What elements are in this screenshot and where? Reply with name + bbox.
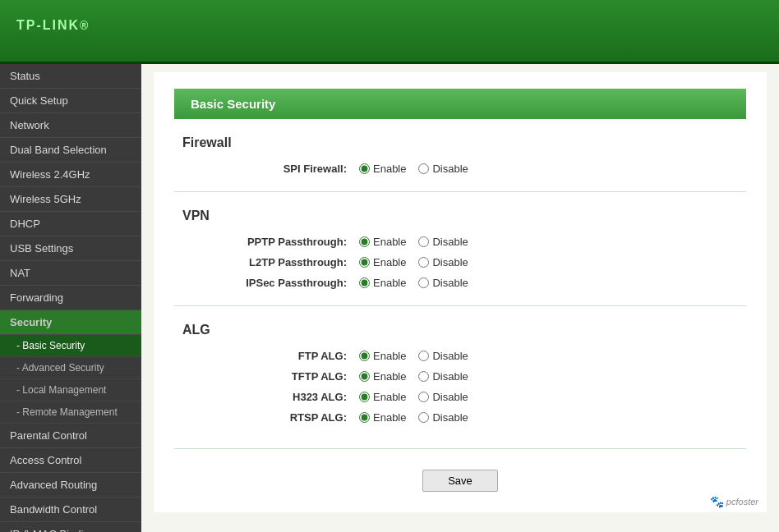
l2tp-disable[interactable]: Disable [418,256,468,268]
h323-alg-options: Enable Disable [359,391,468,403]
content-wrapper: Basic Security Firewall SPI Firewall: En… [154,72,767,512]
alg-title: ALG [174,323,746,337]
sidebar-item-nat[interactable]: NAT [0,261,141,286]
l2tp-row: L2TP Passthrough: Enable Disable [174,256,746,268]
pptp-disable[interactable]: Disable [418,236,468,248]
sidebar-item-wireless-24[interactable]: Wireless 2.4GHz [0,163,141,187]
sidebar-item-advanced-security[interactable]: - Advanced Security [0,357,141,379]
spi-firewall-enable[interactable]: Enable [359,163,406,175]
ftp-alg-enable[interactable]: Enable [359,350,406,362]
ftp-alg-disable[interactable]: Disable [418,350,468,362]
page-title: Basic Security [174,89,746,119]
sidebar-item-forwarding[interactable]: Forwarding [0,286,141,310]
sidebar-item-remote-management[interactable]: - Remote Management [0,401,141,424]
ipsec-label: IPSec Passthrough: [182,277,347,289]
spi-firewall-label: SPI Firewall: [182,163,347,175]
sidebar: StatusQuick SetupNetworkDual Band Select… [0,64,141,532]
tftp-alg-disable[interactable]: Disable [418,370,468,383]
vpn-section: VPN PPTP Passthrough: Enable Disable L2T… [174,200,746,306]
logo-text: TP-LINK [16,18,80,32]
pptp-label: PPTP Passthrough: [182,236,347,248]
sidebar-item-status[interactable]: Status [0,64,141,89]
h323-alg-disable[interactable]: Disable [418,391,468,403]
watermark-icon: 🐾 [710,495,724,508]
main-layout: StatusQuick SetupNetworkDual Band Select… [0,64,779,532]
sidebar-item-wireless-5[interactable]: Wireless 5GHz [0,187,141,212]
sidebar-item-quick-setup[interactable]: Quick Setup [0,89,141,113]
spi-firewall-options: Enable Disable [359,163,468,175]
sidebar-item-advanced-routing[interactable]: Advanced Routing [0,473,141,498]
rtsp-alg-disable[interactable]: Disable [418,411,468,424]
logo: TP-LINK® [16,16,90,46]
sidebar-item-network[interactable]: Network [0,113,141,138]
firewall-section: Firewall SPI Firewall: Enable Disable [174,127,746,192]
save-button[interactable]: Save [422,470,498,492]
sidebar-item-usb-settings[interactable]: USB Settings [0,236,141,261]
rtsp-alg-row: RTSP ALG: Enable Disable [174,411,746,424]
rtsp-alg-enable[interactable]: Enable [359,411,406,424]
content-area: Basic Security Firewall SPI Firewall: En… [141,64,779,532]
ftp-alg-row: FTP ALG: Enable Disable [174,350,746,362]
ipsec-disable[interactable]: Disable [418,277,468,289]
pptp-row: PPTP Passthrough: Enable Disable [174,236,746,248]
tftp-alg-enable[interactable]: Enable [359,370,406,383]
h323-alg-enable[interactable]: Enable [359,391,406,403]
watermark-text: pcfoster [726,497,758,507]
ipsec-row: IPSec Passthrough: Enable Disable [174,277,746,289]
sidebar-item-basic-security[interactable]: - Basic Security [0,335,141,357]
sidebar-item-dual-band[interactable]: Dual Band Selection [0,138,141,163]
ipsec-options: Enable Disable [359,277,468,289]
spi-firewall-row: SPI Firewall: Enable Disable [174,163,746,175]
sidebar-item-bandwidth-control[interactable]: Bandwidth Control [0,498,141,522]
rtsp-alg-options: Enable Disable [359,411,468,424]
l2tp-label: L2TP Passthrough: [182,256,347,268]
tftp-alg-options: Enable Disable [359,370,468,383]
ipsec-enable[interactable]: Enable [359,277,406,289]
header: TP-LINK® [0,0,779,64]
ftp-alg-options: Enable Disable [359,350,468,362]
pptp-enable[interactable]: Enable [359,236,406,248]
sidebar-item-parental-control[interactable]: Parental Control [0,424,141,448]
alg-section: ALG FTP ALG: Enable Disable TFTP ALG: [174,314,746,440]
pptp-options: Enable Disable [359,236,468,248]
l2tp-options: Enable Disable [359,256,468,268]
watermark-area: 🐾 pcfoster [710,495,758,508]
vpn-title: VPN [174,209,746,223]
tftp-alg-label: TFTP ALG: [182,370,347,383]
ftp-alg-label: FTP ALG: [182,350,347,362]
h323-alg-label: H323 ALG: [182,391,347,403]
rtsp-alg-label: RTSP ALG: [182,411,347,424]
sidebar-item-security[interactable]: Security [0,310,141,335]
firewall-title: Firewall [174,135,746,150]
spi-firewall-disable[interactable]: Disable [418,163,468,175]
sidebar-item-dhcp[interactable]: DHCP [0,212,141,236]
l2tp-enable[interactable]: Enable [359,256,406,268]
tftp-alg-row: TFTP ALG: Enable Disable [174,370,746,383]
logo-symbol: ® [80,19,90,32]
sidebar-item-ip-mac-binding[interactable]: IP & MAC Binding [0,522,141,532]
sidebar-item-access-control[interactable]: Access Control [0,448,141,473]
h323-alg-row: H323 ALG: Enable Disable [174,391,746,403]
sidebar-item-local-management[interactable]: - Local Management [0,379,141,401]
save-bar: Save [158,453,763,508]
